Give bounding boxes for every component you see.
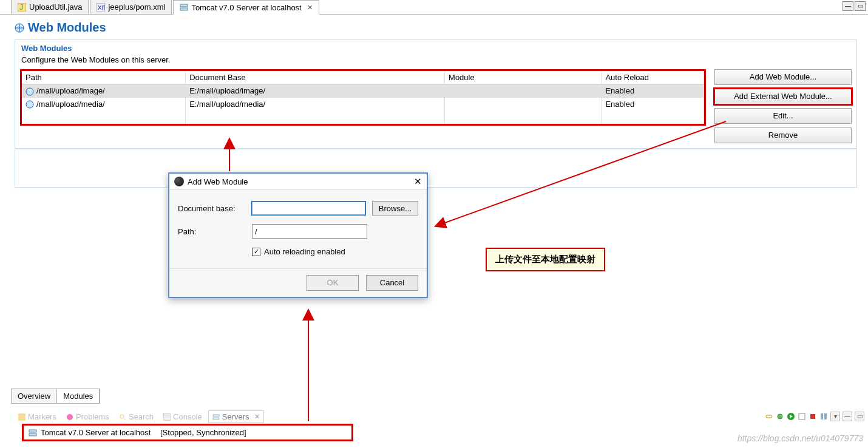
page-header: Web Modules bbox=[0, 15, 868, 38]
tab-modules[interactable]: Modules bbox=[57, 389, 100, 403]
cell-docbase: E:/mall/upload/image/ bbox=[186, 84, 445, 98]
add-web-module-button[interactable]: Add Web Module... bbox=[714, 69, 852, 85]
view-markers[interactable]: Markers bbox=[15, 411, 60, 423]
svg-point-7 bbox=[26, 88, 33, 95]
maximize-view-icon[interactable]: ▭ bbox=[855, 412, 864, 421]
page-title: Web Modules bbox=[28, 21, 106, 35]
servers-toolbar: ▾ — ▭ bbox=[765, 412, 864, 421]
close-icon[interactable]: ✕ bbox=[254, 413, 260, 421]
web-modules-section: Web Modules Configure the Web Modules on… bbox=[15, 39, 857, 149]
editor-bottom-tabs: Overview Modules bbox=[11, 389, 100, 404]
ok-button[interactable]: OK bbox=[307, 275, 359, 291]
dialog-title-text: Add Web Module bbox=[188, 177, 248, 186]
edit-button[interactable]: Edit... bbox=[714, 108, 852, 124]
cell-reload: Enabled bbox=[602, 98, 704, 111]
view-servers[interactable]: Servers✕ bbox=[208, 410, 264, 423]
server-entry-highlight[interactable]: Tomcat v7.0 Server at localhost [Stopped… bbox=[22, 424, 353, 441]
xml-file-icon: xml bbox=[97, 3, 105, 12]
svg-text:J: J bbox=[19, 3, 24, 12]
svg-rect-26 bbox=[29, 430, 36, 432]
web-modules-table[interactable]: Path Document Base Module Auto Reload /m… bbox=[22, 71, 704, 124]
auto-reload-label: Auto reloading enabled bbox=[264, 247, 345, 256]
web-modules-table-highlight: Path Document Base Module Auto Reload /m… bbox=[20, 69, 706, 126]
close-icon[interactable]: ✕ bbox=[307, 4, 313, 12]
cell-docbase: E:/mall/upload/media/ bbox=[186, 98, 445, 111]
auto-reload-checkbox[interactable] bbox=[252, 248, 260, 256]
path-label: Path: bbox=[178, 227, 246, 236]
watermark: https://blog.csdn.net/u014079773 bbox=[737, 433, 863, 443]
svg-point-8 bbox=[26, 101, 33, 108]
svg-rect-12 bbox=[18, 413, 25, 421]
col-path[interactable]: Path bbox=[22, 71, 186, 84]
docbase-input[interactable] bbox=[251, 201, 366, 216]
svg-text:xml: xml bbox=[98, 3, 105, 12]
docbase-label: Document base: bbox=[178, 204, 245, 213]
web-modules-icon bbox=[15, 23, 24, 33]
annotation-callout: 上传文件至本地配置映射 bbox=[486, 248, 605, 271]
java-file-icon: J bbox=[18, 3, 26, 12]
svg-rect-19 bbox=[766, 415, 772, 418]
editor-tab-bar: J UploadUtil.java xml jeeplus/pom.xml To… bbox=[0, 0, 868, 15]
module-icon bbox=[25, 100, 34, 109]
add-web-module-dialog: Add Web Module ✕ Document base: Browse..… bbox=[168, 172, 428, 298]
cell-module bbox=[445, 84, 602, 98]
debug-icon[interactable] bbox=[776, 412, 784, 421]
svg-line-15 bbox=[124, 418, 126, 420]
table-row[interactable]: /mall/upload/image/ E:/mall/upload/image… bbox=[22, 84, 704, 98]
browse-button[interactable]: Browse... bbox=[372, 201, 418, 216]
cell-path: /mall/upload/media/ bbox=[36, 100, 105, 109]
col-reload[interactable]: Auto Reload bbox=[602, 71, 704, 84]
server-name: Tomcat v7.0 Server at localhost bbox=[41, 428, 151, 437]
maximize-icon[interactable]: ▭ bbox=[855, 1, 866, 11]
editor-tab-pom[interactable]: xml jeeplus/pom.xml bbox=[90, 0, 172, 14]
svg-rect-25 bbox=[824, 413, 827, 419]
server-icon bbox=[180, 3, 188, 12]
tab-label: Tomcat v7.0 Server at localhost bbox=[191, 3, 301, 12]
svg-point-14 bbox=[120, 415, 124, 418]
path-input[interactable] bbox=[252, 224, 367, 239]
view-problems[interactable]: Problems bbox=[63, 411, 113, 423]
minimize-icon[interactable]: — bbox=[843, 1, 853, 11]
table-row[interactable]: /mall/upload/media/ E:/mall/upload/media… bbox=[22, 98, 704, 111]
section-title: Web Modules bbox=[20, 40, 852, 54]
cell-path: /mall/upload/image/ bbox=[36, 86, 105, 95]
section-padding bbox=[15, 149, 857, 188]
cell-reload: Enabled bbox=[602, 84, 704, 98]
cancel-button[interactable]: Cancel bbox=[366, 275, 418, 291]
cell-module bbox=[445, 98, 602, 111]
svg-rect-23 bbox=[810, 414, 815, 419]
dialog-close-icon[interactable]: ✕ bbox=[414, 176, 422, 187]
tab-label: jeeplus/pom.xml bbox=[108, 2, 165, 12]
col-module[interactable]: Module bbox=[445, 71, 602, 84]
svg-rect-5 bbox=[180, 8, 188, 10]
col-docbase[interactable]: Document Base bbox=[186, 71, 445, 84]
profile-icon[interactable] bbox=[798, 412, 806, 421]
svg-rect-18 bbox=[213, 418, 219, 419]
publish-icon[interactable] bbox=[819, 412, 828, 421]
svg-rect-16 bbox=[163, 413, 171, 421]
svg-rect-17 bbox=[213, 415, 219, 416]
server-status: [Stopped, Synchronized] bbox=[160, 428, 246, 437]
svg-rect-24 bbox=[821, 413, 823, 419]
view-console[interactable]: Console bbox=[160, 411, 206, 423]
svg-point-13 bbox=[67, 414, 73, 420]
minimize-view-icon[interactable]: — bbox=[843, 412, 852, 421]
add-external-web-module-button[interactable]: Add External Web Module... bbox=[714, 89, 852, 104]
tab-overview[interactable]: Overview bbox=[12, 389, 57, 403]
editor-tab-uploadutil[interactable]: J UploadUtil.java bbox=[11, 0, 89, 14]
editor-tab-tomcat[interactable]: Tomcat v7.0 Server at localhost ✕ bbox=[173, 0, 319, 15]
view-search[interactable]: Search bbox=[115, 411, 157, 423]
side-buttons: Add Web Module... Add External Web Modul… bbox=[714, 69, 852, 143]
svg-point-20 bbox=[778, 414, 782, 419]
module-icon bbox=[25, 87, 34, 96]
bottom-view-tabs: Markers Problems Search Console Servers✕ bbox=[15, 410, 264, 423]
run-icon[interactable] bbox=[787, 412, 795, 421]
svg-rect-4 bbox=[180, 4, 188, 7]
menu-icon[interactable]: ▾ bbox=[830, 412, 840, 421]
stop-icon[interactable] bbox=[809, 412, 817, 421]
server-icon bbox=[29, 429, 37, 437]
link-icon[interactable] bbox=[765, 412, 773, 421]
remove-button[interactable]: Remove bbox=[714, 127, 852, 143]
tab-label: UploadUtil.java bbox=[29, 2, 82, 12]
eclipse-icon bbox=[174, 177, 184, 186]
